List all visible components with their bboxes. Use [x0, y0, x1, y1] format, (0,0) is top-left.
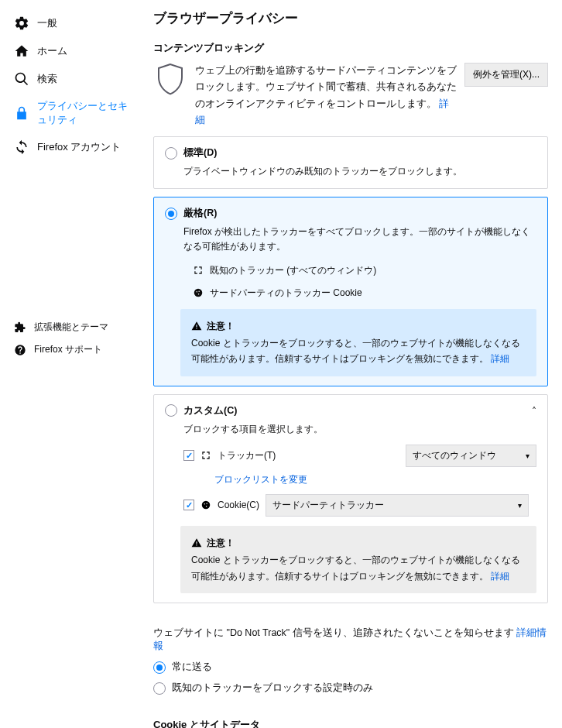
svg-point-6 [206, 503, 207, 505]
sidebar-item-label: プライバシーとセキュリティ [37, 99, 133, 127]
svg-point-4 [202, 501, 211, 510]
strict-third-party-cookies: サードパーティのトラッカー Cookie [193, 287, 536, 300]
option-strict[interactable]: 厳格(R) Firefox が検出したトラッカーをすべてブロックします。一部のサ… [153, 197, 548, 386]
radio-strict[interactable] [165, 208, 177, 220]
home-icon [14, 43, 29, 59]
sidebar-item-extensions[interactable]: 拡張機能とテーマ [0, 316, 147, 338]
option-standard-title: 標準(D) [183, 146, 217, 160]
gear-icon [14, 15, 29, 31]
tracker-icon [200, 450, 211, 461]
tracker-checkbox-label: トラッカー(T) [218, 449, 276, 462]
cookies-heading: Cookie とサイトデータ [153, 718, 548, 728]
sync-icon [14, 139, 29, 155]
dnt-text: ウェブサイトに "Do Not Track" 信号を送り、追跡されたくないことを… [153, 627, 516, 638]
puzzle-icon [14, 321, 26, 334]
page-title: ブラウザープライバシー [153, 9, 548, 27]
custom-warning: 注意！ Cookie とトラッカーをブロックすると、一部のウェブサイトが機能しな… [180, 526, 536, 593]
svg-point-2 [198, 291, 200, 293]
sidebar-item-label: Firefox サポート [34, 343, 102, 356]
content-blocking-description: ウェブ上の行動を追跡するサードパーティコンテンツをブロックします。ウェブサイト間… [195, 63, 457, 129]
main-content: ブラウザープライバシー コンテンツブロッキング ウェブ上の行動を追跡するサードパ… [147, 0, 562, 728]
radio-dnt-known[interactable] [153, 682, 166, 695]
strict-warning: 注意！ Cookie とトラッカーをブロックすると、一部のウェブサイトが機能しな… [180, 309, 536, 376]
svg-point-0 [194, 289, 203, 297]
cookie-icon [200, 500, 211, 510]
option-custom[interactable]: ˄ カスタム(C) ブロックする項目を選択します。 トラッカー(T) すべてのウ… [153, 394, 548, 603]
sidebar-item-privacy[interactable]: プライバシーとセキュリティ [0, 93, 147, 133]
checkbox-cookies[interactable] [183, 500, 194, 510]
strict-known-trackers: 既知のトラッカー (すべてのウィンドウ) [193, 264, 536, 277]
sidebar-item-label: 一般 [37, 16, 57, 30]
cookie-type-select[interactable]: サードパーティトラッカー▾ [266, 494, 529, 517]
help-icon [14, 344, 26, 356]
sidebar-item-search[interactable]: 検索 [0, 65, 147, 93]
sidebar-item-account[interactable]: Firefox アカウント [0, 133, 147, 161]
checkbox-trackers[interactable] [183, 450, 194, 461]
manage-exceptions-button[interactable]: 例外を管理(X)... [464, 63, 548, 87]
option-standard-sub: プライベートウィンドウのみ既知のトラッカーをブロックします。 [183, 164, 536, 179]
radio-custom[interactable] [165, 404, 177, 417]
radio-standard[interactable] [165, 147, 177, 160]
option-custom-title: カスタム(C) [183, 404, 237, 417]
sidebar-item-label: ホーム [37, 44, 67, 58]
option-standard[interactable]: 標準(D) プライベートウィンドウのみ既知のトラッカーをブロックします。 [153, 136, 548, 189]
svg-point-5 [204, 503, 205, 505]
lock-icon [14, 105, 29, 121]
sidebar-item-label: 検索 [37, 72, 57, 86]
strict-warning-detail[interactable]: 詳細 [491, 353, 509, 364]
chevron-down-icon: ▾ [526, 452, 529, 460]
radio-dnt-always[interactable] [153, 661, 166, 674]
content-blocking-heading: コンテンツブロッキング [153, 41, 548, 55]
dnt-known-label: 既知のトラッカーをブロックする設定時のみ [172, 682, 373, 695]
dnt-always-label: 常に送る [172, 661, 212, 674]
sidebar-item-support[interactable]: Firefox サポート [0, 338, 147, 361]
svg-point-3 [198, 294, 200, 295]
sidebar: 一般 ホーム 検索 プライバシーとセキュリティ Firefox アカウント 拡張… [0, 0, 147, 728]
sidebar-item-label: Firefox アカウント [37, 140, 121, 154]
tracker-window-select[interactable]: すべてのウィンドウ▾ [406, 445, 536, 467]
chevron-down-icon: ▾ [518, 501, 522, 510]
sidebar-item-general[interactable]: 一般 [0, 9, 147, 37]
shield-icon [153, 63, 187, 97]
cookie-checkbox-label: Cookie(C) [218, 500, 259, 510]
svg-point-1 [196, 291, 197, 293]
option-custom-sub: ブロックする項目を選択します。 [183, 422, 536, 437]
tracker-icon [193, 265, 204, 276]
sidebar-item-home[interactable]: ホーム [0, 37, 147, 65]
option-strict-title: 厳格(R) [183, 207, 217, 220]
sidebar-item-label: 拡張機能とテーマ [34, 321, 108, 334]
custom-warning-detail[interactable]: 詳細 [491, 571, 509, 582]
chevron-up-icon[interactable]: ˄ [532, 406, 536, 417]
svg-point-7 [206, 506, 207, 507]
search-icon [14, 71, 29, 87]
warning-icon [191, 321, 202, 331]
cookie-icon [193, 287, 204, 298]
option-strict-sub: Firefox が検出したトラッカーをすべてブロックします。一部のサイトが機能し… [183, 225, 536, 254]
warning-icon [191, 537, 202, 548]
change-blocklist-link[interactable]: ブロックリストを変更 [214, 474, 307, 485]
